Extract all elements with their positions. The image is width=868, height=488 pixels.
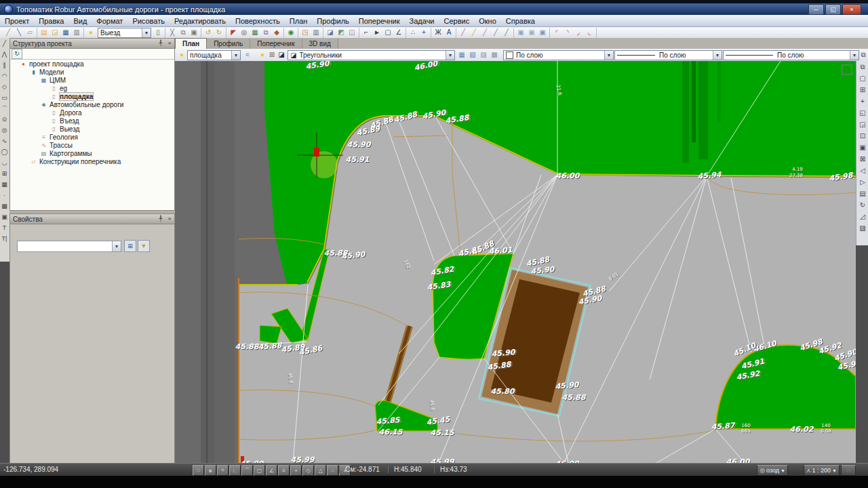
point-icon[interactable]: · — [0, 190, 9, 201]
lamp-icon[interactable]: ● — [177, 50, 186, 59]
zoom-all-icon[interactable]: ⊠ — [857, 154, 868, 165]
hammer-icon[interactable]: ◤ — [228, 28, 239, 37]
refresh-icon[interactable]: ↻ — [12, 49, 22, 59]
doc-icon[interactable]: ▯ — [50, 117, 58, 124]
new-doc-icon[interactable]: ▤ — [39, 28, 50, 37]
models-icon[interactable]: ▮ — [30, 68, 37, 75]
linetype-combo[interactable]: По слою ▼ — [614, 50, 722, 60]
parallel-icon[interactable]: ∥ — [0, 60, 9, 70]
protractor-icon[interactable]: ∠ — [393, 28, 404, 37]
arc-red4-icon[interactable]: ◟ — [584, 28, 595, 37]
next-view-icon[interactable]: ▷ — [857, 177, 868, 188]
strike-icon[interactable]: Ж — [433, 28, 443, 37]
cascade-win-icon[interactable]: ⧉ — [857, 62, 868, 73]
restore-button[interactable]: ◱ — [825, 4, 841, 15]
surface-style-icon[interactable]: ◩ — [336, 28, 347, 37]
add-icon[interactable]: ⊞ — [124, 240, 136, 252]
palette-icon[interactable]: ◆ — [271, 28, 282, 37]
menu-редактировать[interactable]: Редактировать — [170, 16, 231, 26]
pencil-violet-icon[interactable]: ╱ — [479, 28, 490, 37]
ellipse-icon[interactable]: ◯ — [0, 146, 9, 157]
close-icon[interactable]: × — [165, 215, 174, 222]
doc-icon[interactable]: ▯ — [50, 85, 58, 92]
undo-icon[interactable]: ↺ — [203, 28, 214, 37]
chevron-down-icon[interactable]: ▼ — [231, 51, 240, 60]
jump-icon[interactable]: ◇ — [302, 465, 314, 476]
menu-сервис[interactable]: Сервис — [439, 16, 475, 26]
print-icon[interactable]: ▥ — [71, 28, 82, 37]
line-icon[interactable]: ╱ — [0, 38, 9, 49]
menu-справка[interactable]: Справка — [501, 16, 540, 26]
tree-item[interactable]: ▱Конструкции поперечника — [10, 157, 174, 165]
trace-icon[interactable]: △ — [315, 465, 326, 476]
menu-проект[interactable]: Проект — [0, 16, 34, 26]
copy-properties-icon[interactable]: ⧉ — [859, 50, 868, 59]
tree-item[interactable]: ▦ЦММ — [10, 76, 174, 84]
properties-object-combo[interactable]: ▼ — [17, 241, 121, 252]
globe-icon[interactable]: ◉ — [285, 28, 296, 37]
arc-red3-icon[interactable]: ◞ — [573, 28, 584, 37]
surface-locked-icon[interactable]: ▨ — [479, 50, 488, 59]
wave-icon[interactable]: ≈ — [243, 50, 252, 59]
cube2-icon[interactable]: ▣ — [526, 28, 537, 37]
menu-правка[interactable]: Правка — [34, 16, 68, 26]
tree-item[interactable]: ∿Трассы — [10, 141, 174, 149]
surface-combo[interactable]: площадка ▼ — [187, 50, 241, 60]
arc-icon[interactable]: ⌒ — [0, 103, 9, 114]
pin-icon[interactable]: ╀ — [157, 39, 165, 47]
tree-item[interactable]: ▮Модели — [10, 68, 174, 76]
chevron-down-icon[interactable]: ▼ — [446, 51, 454, 60]
pencil-pink-icon[interactable]: ╱ — [458, 28, 469, 37]
plan-view-canvas[interactable]: 45.9046.0045.8845.8845.8945.9045.9145.90… — [175, 61, 856, 463]
chevron-down-icon[interactable]: ▼ — [142, 28, 151, 37]
preview-icon[interactable]: ▥ — [311, 28, 321, 37]
polyline-icon[interactable]: ⋀ — [0, 49, 9, 60]
chevron-down-icon[interactable]: ▼ — [713, 51, 722, 60]
tree-item[interactable]: ▯площадка — [10, 92, 174, 100]
node-icon[interactable]: ∴ — [408, 28, 418, 37]
menu-план[interactable]: План — [285, 16, 313, 26]
tile-win-icon[interactable]: ⊞ — [857, 85, 868, 96]
table-icon[interactable]: ▦ — [250, 28, 260, 37]
snap-grid-icon[interactable]: ⌗ — [217, 465, 229, 476]
donut-icon[interactable]: ◎ — [0, 125, 9, 136]
arc3p-icon[interactable]: ◠ — [0, 70, 9, 81]
text-icon[interactable]: T — [0, 222, 9, 233]
region-icon[interactable]: ▣ — [0, 211, 9, 222]
menu-задачи[interactable]: Задачи — [405, 16, 439, 26]
tangent-icon[interactable]: ≡ — [278, 465, 290, 476]
zoom-window-icon[interactable]: ◱ — [857, 108, 868, 119]
pan-icon[interactable]: + — [857, 96, 868, 107]
redo-icon[interactable]: ↻ — [214, 28, 224, 37]
chevron-down-icon[interactable]: ▼ — [850, 51, 859, 60]
single-win-icon[interactable]: ▢ — [857, 73, 868, 84]
block-icon[interactable]: ⊞ — [0, 168, 9, 179]
tab-поперечник[interactable]: Поперечник — [250, 39, 302, 49]
carto-icon[interactable]: ▤ — [40, 150, 47, 157]
scale-select[interactable]: ⋏ 1 : 200 ▼ — [804, 465, 840, 476]
snap-magnet-button[interactable]: ∩ — [841, 465, 856, 476]
cube1-icon[interactable]: ▣ — [515, 28, 526, 37]
surface-view-icon[interactable]: ▦ — [457, 50, 467, 59]
move-icon[interactable]: + — [418, 28, 429, 37]
zoom-object-icon[interactable]: ▣ — [857, 142, 868, 153]
open-icon[interactable]: ◲ — [50, 28, 60, 37]
pencil-gray-icon[interactable]: ╱ — [490, 28, 501, 37]
shade-icon[interactable]: ▨ — [857, 223, 868, 234]
grid-icon[interactable]: ∷ — [193, 465, 204, 476]
arc-snap-icon[interactable]: ⌒ — [241, 465, 253, 476]
node-snap-icon[interactable]: ∴ — [327, 465, 338, 476]
named-view-icon[interactable]: ▤ — [857, 188, 868, 199]
cut-icon[interactable]: ╳ — [167, 28, 178, 37]
doc-icon[interactable]: ▯ — [50, 125, 58, 132]
lineweight-combo[interactable]: По слою ▼ — [723, 50, 859, 60]
color-combo[interactable]: По слою ▼ — [503, 50, 614, 60]
arc-red2-icon[interactable]: ◝ — [562, 28, 573, 37]
polygon-icon[interactable]: ◇ — [0, 81, 9, 92]
menu-профиль[interactable]: Профиль — [312, 16, 354, 26]
minimize-button[interactable]: ─ — [808, 4, 824, 15]
endpoint-icon[interactable]: ⌐ — [361, 28, 372, 37]
mtext-icon[interactable]: T| — [0, 233, 9, 244]
doc-icon[interactable]: ▯ — [50, 109, 58, 116]
cascade-icon[interactable]: ⧉ — [260, 28, 271, 37]
